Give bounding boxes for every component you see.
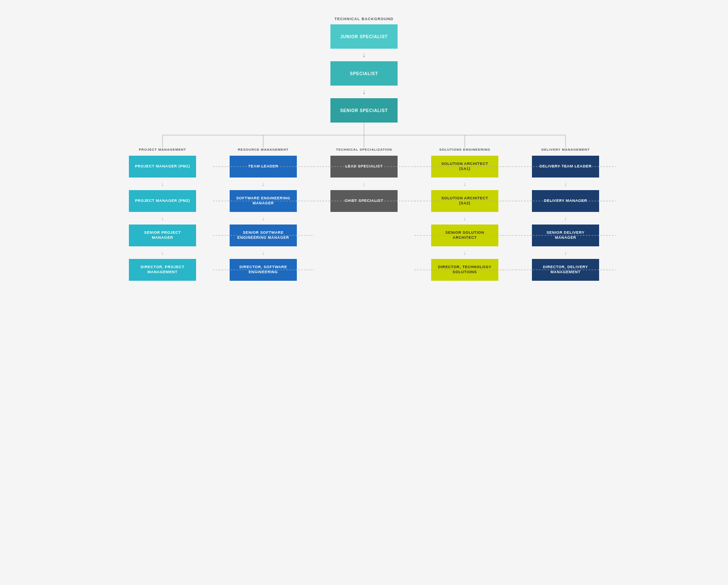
- arrows-row-3-4: ↓ ↓ ↓ ↓: [112, 246, 616, 259]
- node-director-pm: DIRECTOR, PROJECT MANAGEMENT: [129, 259, 196, 281]
- node-specialist: SPECIALIST: [330, 61, 398, 86]
- col-header-rm: RESOURCE MANAGEMENT: [213, 148, 314, 151]
- node-junior-specialist: JUNIOR SPECIALIST: [330, 24, 398, 49]
- node-delivery-manager: DELIVERY MANAGER: [532, 190, 599, 212]
- node-senior-delivery-manager: SENIOR DELIVERY MANAGER: [532, 225, 599, 246]
- node-senior-pm: SENIOR PROJECT MANAGER: [129, 225, 196, 246]
- node-team-leader: TEAM LEADER: [230, 156, 297, 178]
- col-header-dm: DELIVERY MANAGEMENT: [515, 148, 616, 151]
- row-3: SENIOR PROJECT MANAGER SENIOR SOFTWARE E…: [112, 225, 616, 246]
- node-senior-solution-architect: SENIOR SOLUTION ARCHITECT: [431, 225, 498, 246]
- col-header-pm: PROJECT MANAGEMENT: [112, 148, 213, 151]
- arrows-row-1-2: ↓ ↓ ↓ ↓ ↓: [112, 178, 616, 190]
- tech-background-label: TECHNICAL BACKGROUND: [335, 17, 393, 21]
- node-chief-specialist: CHIEF SPECIALIST: [330, 190, 398, 212]
- node-sa2: SOLUTION ARCHITECT (SA2): [431, 190, 498, 212]
- arrow-down-1: ↓: [362, 49, 366, 61]
- node-senior-specialist: SENIOR SPECIALIST: [330, 98, 398, 123]
- node-director-delivery-mgmt: DIRECTOR, DELIVERY MANAGEMENT: [532, 259, 599, 281]
- node-delivery-team-leader: DELIVERY TEAM LEADER: [532, 156, 599, 178]
- node-software-eng-manager: SOFTWARE ENGINEERING MANAGER: [230, 190, 297, 212]
- node-lead-specialist: LEAD SPECIALIST: [330, 156, 398, 178]
- branch-connector: [112, 123, 616, 148]
- node-sa1: SOLUTION ARCHITECT (SA1): [431, 156, 498, 178]
- bottom-section: PROJECT MANAGEMENT RESOURCE MANAGEMENT T…: [112, 148, 616, 281]
- row-1: PROJECT MANAGER (PM1) TEAM LEADER LEAD: [112, 156, 616, 178]
- row-4: DIRECTOR, PROJECT MANAGEMENT DIRECTOR, S…: [112, 259, 616, 281]
- arrows-row-2-3: ↓ ↓ ↓ ↓: [112, 212, 616, 225]
- col-header-ts: TECHNICAL SPECIALIZATION: [314, 148, 414, 151]
- node-director-software-eng: DIRECTOR, SOFTWARE ENGINEERING: [230, 259, 297, 281]
- chart-container: TECHNICAL BACKGROUND JUNIOR SPECIALIST ↓…: [112, 17, 616, 281]
- node-director-tech-solutions: DIRECTOR, TECHNOLOGY SOLUTIONS: [431, 259, 498, 281]
- node-pm2: PROJECT MANAGER (PM2): [129, 190, 196, 212]
- node-senior-software-eng-manager: SENIOR SOFTWARE ENGINEERING MANAGER: [230, 225, 297, 246]
- node-pm1: PROJECT MANAGER (PM1): [129, 156, 196, 178]
- top-section: TECHNICAL BACKGROUND JUNIOR SPECIALIST ↓…: [112, 17, 616, 123]
- col-header-se: SOLUTIONS ENGINEERING: [414, 148, 515, 151]
- row-2: PROJECT MANAGER (PM2) SOFTWARE ENGINEERI…: [112, 190, 616, 212]
- arrow-down-2: ↓: [362, 86, 366, 98]
